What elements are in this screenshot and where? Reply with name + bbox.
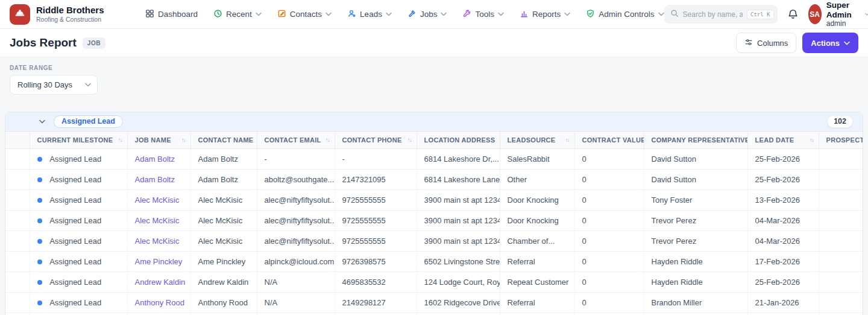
lead-date: 21-Jan-2026	[747, 293, 819, 313]
column-header-contract_value[interactable]: CONTRACT VALUE ↑↓	[574, 132, 644, 149]
nav-item-leads[interactable]: Leads	[347, 9, 392, 20]
column-header-company_representative[interactable]: COMPANY REPRESENTATIVE ↑↓	[644, 132, 747, 149]
sort-icon[interactable]: ↑↓	[115, 137, 122, 143]
nav-item-admin-controls[interactable]: Admin Controls	[586, 9, 664, 20]
current-milestone: Assigned Lead	[49, 299, 101, 308]
sort-icon[interactable]: ↑↓	[806, 137, 814, 143]
user-menu[interactable]: SA Super Admin admin	[808, 1, 868, 28]
contact-email: alec@niftyfiftysolut...	[257, 190, 335, 211]
nav-item-jobs[interactable]: Jobs	[407, 9, 447, 20]
contact-phone: 4695835532	[335, 272, 417, 293]
column-header-lead_date[interactable]: LEAD DATE ↑↓	[747, 132, 819, 149]
prospect	[819, 211, 863, 231]
prospect	[819, 170, 863, 190]
record-type-badge: JOB	[83, 37, 105, 49]
job-name-link[interactable]: Adam Boltz	[135, 154, 175, 164]
table-row[interactable]: Assigned Lead Alec McKisic Alec McKisic …	[5, 211, 863, 231]
chevron-down-icon	[85, 83, 91, 87]
brand[interactable]: Riddle Brothers Roofing & Construction	[10, 4, 145, 25]
contact-name: Barbara Gornick	[190, 313, 257, 315]
group-milestone-pill[interactable]: Assigned Lead	[54, 115, 123, 128]
milestone-dot	[37, 218, 42, 223]
table-row[interactable]: Assigned Lead Alec McKisic Alec McKisic …	[5, 231, 863, 252]
table-header-row: CURRENT MILESTONE ↑↓ JOB NAME ↑↓ CONTACT…	[5, 132, 863, 149]
brand-name: Riddle Brothers	[36, 5, 104, 16]
table-row[interactable]: Assigned Lead Ame Pinckley Ame Pinckley …	[5, 252, 863, 272]
column-header-contact_email[interactable]: CONTACT EMAIL ↑↓	[257, 132, 335, 149]
column-header-milestone[interactable]: CURRENT MILESTONE ↑↓	[30, 132, 127, 149]
column-header-prospect[interactable]: PROSPECT ↑↓	[819, 132, 863, 149]
column-header-lead_source[interactable]: LEADSOURCE ↑↓	[500, 132, 574, 149]
nav-item-reports[interactable]: Reports	[520, 9, 570, 20]
contact-name: Andrew Kaldin	[190, 272, 257, 293]
job-name-link[interactable]: Anthony Rood	[135, 298, 184, 307]
main-nav: Dashboard Recent Contacts Lead	[145, 9, 664, 20]
column-header-location_address[interactable]: LOCATION ADDRESS ↑↓	[417, 132, 500, 149]
company-representative: David Sutton	[644, 149, 747, 170]
dashboard-grid-icon	[145, 9, 154, 20]
contact-email: N/A	[257, 293, 335, 313]
chevron-down-icon	[844, 41, 850, 45]
table-row[interactable]: Assigned Lead Alec McKisic Alec McKisic …	[5, 190, 863, 211]
company-representative: Trevor Perez	[644, 211, 747, 231]
job-name-link[interactable]: Alec McKisic	[135, 196, 180, 205]
page-header: Jobs Report JOB Columns Actions	[0, 29, 868, 57]
job-name-link[interactable]: Alec McKisic	[135, 216, 180, 225]
user-name: Super Admin	[826, 1, 860, 19]
chevron-down-icon	[865, 12, 868, 16]
company-representative: David Sutton	[644, 170, 747, 190]
job-name-link[interactable]: Adam Boltz	[135, 175, 175, 184]
nav-item-dashboard[interactable]: Dashboard	[145, 9, 198, 20]
nav-item-tools[interactable]: Tools	[462, 9, 504, 20]
sort-icon[interactable]: ↑↓	[178, 137, 186, 143]
collapse-chevron-icon[interactable]	[39, 119, 45, 124]
contract-value: 0	[574, 149, 644, 170]
leads-person-icon	[347, 9, 356, 20]
job-name-link[interactable]: Ame Pinckley	[135, 257, 183, 266]
table-row[interactable]: Assigned Lead Adam Boltz Adam Boltz - - …	[5, 149, 863, 170]
prospect	[819, 252, 863, 272]
sort-icon[interactable]: ↑↓	[254, 137, 257, 143]
job-name-link[interactable]: Alec McKisic	[135, 237, 180, 246]
table-row[interactable]: Assigned Lead Andrew Kaldin Andrew Kaldi…	[5, 272, 863, 293]
lead-date: 04-Mar-2026	[747, 231, 819, 252]
location-address: 6814 Lakeshore Lane,...	[417, 170, 500, 190]
current-milestone: Assigned Lead	[49, 278, 101, 287]
contact-phone: 2149298127	[335, 293, 417, 313]
sort-icon[interactable]: ↑↓	[322, 137, 330, 143]
lead-source: Repeat Customer	[500, 272, 574, 293]
global-search[interactable]: Ctrl K	[664, 5, 778, 24]
location-address: 3900 main st apt 1234,...	[417, 211, 500, 231]
reports-chart-icon	[520, 9, 529, 20]
columns-button[interactable]: Columns	[736, 33, 796, 53]
nav-item-contacts[interactable]: Contacts	[277, 9, 332, 20]
tools-wrench-icon	[462, 9, 471, 20]
table-row[interactable]: Assigned Lead Adam Boltz Adam Boltz abol…	[5, 170, 863, 190]
table-row[interactable]: Assigned Lead Anthony Rood Anthony Rood …	[5, 293, 863, 313]
table-row[interactable]: Assigned Lead Barbara Gornick Barbara Go…	[5, 313, 863, 315]
date-range-select[interactable]: Rolling 30 Days	[10, 75, 98, 95]
sort-icon[interactable]: ↑↓	[495, 137, 500, 143]
contract-value: 0	[574, 231, 644, 252]
milestone-dot	[37, 259, 42, 264]
nav-item-recent[interactable]: Recent	[213, 9, 262, 20]
milestone-dot	[37, 280, 42, 285]
sort-icon[interactable]: ↑↓	[562, 137, 570, 143]
date-range-label: DATE RANGE	[10, 65, 858, 71]
contact-name: Ame Pinckley	[190, 252, 257, 272]
column-header-contact_phone[interactable]: CONTACT PHONE ↑↓	[335, 132, 417, 149]
actions-button[interactable]: Actions	[802, 33, 858, 53]
sort-icon[interactable]: ↑↓	[404, 137, 412, 143]
lead-date: 04-Mar-2026	[747, 211, 819, 231]
column-header-job_name[interactable]: JOB NAME ↑↓	[127, 132, 190, 149]
contact-phone: 9726398575	[335, 252, 417, 272]
search-input[interactable]	[683, 10, 743, 19]
notifications-bell-icon[interactable]	[787, 8, 799, 20]
job-name-link[interactable]: Andrew Kaldin	[135, 278, 186, 287]
hard-hat-icon	[14, 7, 26, 22]
company-representative: Evan Gozia	[644, 313, 747, 315]
page-title: Jobs Report	[10, 36, 77, 49]
prospect	[819, 190, 863, 211]
column-header-contact_name[interactable]: CONTACT NAME ↑↓	[190, 132, 257, 149]
location-address: 3900 main st apt 1234,...	[417, 231, 500, 252]
